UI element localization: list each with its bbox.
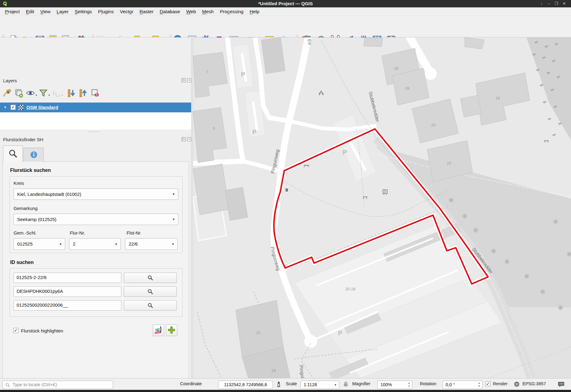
flst-combobox[interactable]: 22/6▼ (125, 238, 178, 250)
dropdown-caret[interactable]: ▼ (35, 94, 37, 97)
window-minimize-button[interactable]: – (546, 1, 552, 6)
chevron-down-icon: ▼ (172, 189, 175, 200)
bench-icon (544, 141, 549, 142)
messages-bubble-icon[interactable] (557, 381, 565, 388)
crs-globe-icon[interactable] (514, 381, 520, 387)
title-bar: *Untitled Project — QGIS ↑ – ❒ ✕ (0, 0, 571, 7)
magnifier-spinbox[interactable]: 100% ▲ ▼ (377, 381, 412, 389)
flur-combobox[interactable]: 2▼ (69, 238, 121, 250)
add-group-icon[interactable] (14, 88, 25, 99)
layer-expand-arrow[interactable]: ▼ (4, 103, 7, 112)
menu-processing[interactable]: Processing (217, 7, 247, 16)
rotation-value: 0,0 ° (446, 382, 455, 387)
kreis-combobox[interactable]: Kiel, Landeshauptstadt (01002)▼ (14, 188, 178, 200)
spin-down-icon[interactable]: ▼ (407, 385, 411, 387)
map-label: 7 (206, 70, 208, 74)
gem-schl-label: Gem.-Schl. (14, 230, 37, 235)
menu-raster[interactable]: Raster (136, 7, 157, 16)
menu-view[interactable]: View (37, 7, 53, 16)
render-checkbox[interactable]: ✓ (486, 381, 490, 386)
gemarkung-label: Gemarkung (14, 206, 37, 211)
locator-search-input[interactable]: Type to locate (Ctrl+K) (2, 381, 113, 389)
tree-icon (558, 122, 561, 125)
menu-edit[interactable]: Edit (23, 7, 37, 16)
window-close-button[interactable]: ✕ (561, 1, 567, 6)
expand-all-icon[interactable] (67, 88, 77, 99)
add-to-map-button[interactable] (166, 324, 177, 336)
menu-mesh[interactable]: Mesh (199, 7, 217, 16)
magnifier-label: Magnifier (352, 381, 371, 386)
tab-search[interactable] (3, 146, 23, 162)
locator-placeholder: Type to locate (Ctrl+K) (13, 382, 57, 387)
menu-database[interactable]: Database (157, 7, 183, 16)
tree-icon (491, 249, 496, 254)
tree-icon (462, 214, 467, 219)
tree-icon (540, 289, 545, 294)
dropdown-caret[interactable]: ▼ (48, 94, 50, 97)
gem-schl-combobox[interactable]: 012525▼ (14, 238, 65, 250)
chevron-down-icon: ▼ (115, 239, 118, 250)
id-input-1[interactable]: 012525-2-22/6 (14, 273, 121, 283)
menu-plugins[interactable]: Plugins (95, 7, 117, 16)
layer-row-osm-standard[interactable]: ▼ ✓ OSM Standard (0, 103, 191, 112)
id-search-button-2[interactable] (124, 286, 177, 297)
scale-lock-icon[interactable] (343, 381, 349, 387)
window-maximize-button[interactable]: ❒ (553, 1, 559, 6)
highlight-label: Flurstück highlighten (21, 328, 63, 333)
magnifier-value: 100% (380, 382, 392, 387)
finder-panel-float-button[interactable] (182, 137, 186, 141)
window-up-button[interactable]: ↑ (538, 1, 545, 6)
layers-panel-close-button[interactable]: × (187, 78, 191, 82)
layer-visibility-checkbox[interactable]: ✓ (10, 105, 16, 110)
menu-web[interactable]: Web (183, 7, 199, 16)
manage-map-themes-icon[interactable] (26, 88, 36, 99)
menu-bar: ProjectEditViewLayerSettingsPluginsVecto… (0, 7, 571, 16)
spin-up-icon[interactable]: ▲ (407, 382, 411, 384)
lvermgeo-logo-button[interactable] (153, 324, 164, 336)
id-input-2[interactable]: DESHPDHK0001py6A (14, 286, 121, 297)
map-label: P (338, 329, 342, 336)
picnic-table-icon (304, 165, 309, 167)
map-label: Stubbekredder (368, 91, 380, 122)
layers-panel-float-button[interactable] (182, 78, 186, 82)
tree-icon (505, 259, 510, 264)
rotation-spinbox[interactable]: 0,0 ° ▲ ▼ (443, 381, 482, 389)
coordinate-extent-toggle-icon[interactable] (275, 381, 282, 388)
tree-icon (524, 274, 529, 279)
id-search-button-1[interactable] (124, 273, 177, 283)
remove-layer-icon[interactable] (90, 88, 101, 99)
map-label: 22 (447, 161, 451, 165)
map-canvas[interactable]: PinguinwegPinguinwegPinguinwegFuStubbekr… (193, 37, 571, 378)
id-input-3[interactable]: 012525002000220006__ (14, 300, 121, 311)
crs-status: EPSG:3857 (522, 381, 546, 386)
kreis-label: Kreis (14, 180, 24, 186)
gemarkung-combobox[interactable]: Seekamp (012525)▼ (14, 214, 178, 225)
finder-panel-close-button[interactable]: × (187, 137, 191, 141)
status-bar: Type to locate (Ctrl+K) Coordinate 11325… (0, 378, 571, 390)
scale-combobox[interactable]: 1:1128 ▼ (301, 381, 339, 389)
menu-help[interactable]: Help (246, 7, 262, 16)
open-layer-styling-icon[interactable] (2, 88, 13, 99)
menu-settings[interactable]: Settings (72, 7, 95, 16)
map-label: 20 (431, 123, 435, 127)
splitter-handle[interactable] (88, 131, 100, 132)
id-search-button-3[interactable] (124, 300, 177, 311)
highlight-checkbox[interactable]: ✓ (13, 328, 18, 333)
filter-legend-icon[interactable] (39, 88, 49, 99)
search-section-heading: Flurstück suchen (10, 168, 51, 173)
collapse-all-icon[interactable] (79, 88, 89, 99)
coordinate-value: 1132542,8 7249566,6 (224, 382, 267, 387)
dock-splitter[interactable] (0, 130, 191, 133)
scale-label: Scale (286, 381, 297, 386)
tab-info[interactable] (23, 148, 44, 162)
spin-down-icon[interactable]: ▼ (477, 385, 481, 387)
spin-up-icon[interactable]: ▲ (477, 382, 481, 384)
coordinate-input[interactable]: 1132542,8 7249566,6 (218, 381, 273, 389)
layers-list-empty-area[interactable] (0, 112, 191, 130)
menu-layer[interactable]: Layer (53, 7, 72, 16)
render-label: Render (493, 381, 508, 386)
id-input-value: 012525-2-22/6 (17, 275, 47, 280)
menu-project[interactable]: Project (2, 7, 23, 16)
tree-icon (553, 134, 556, 137)
menu-vector[interactable]: Vector (117, 7, 136, 16)
